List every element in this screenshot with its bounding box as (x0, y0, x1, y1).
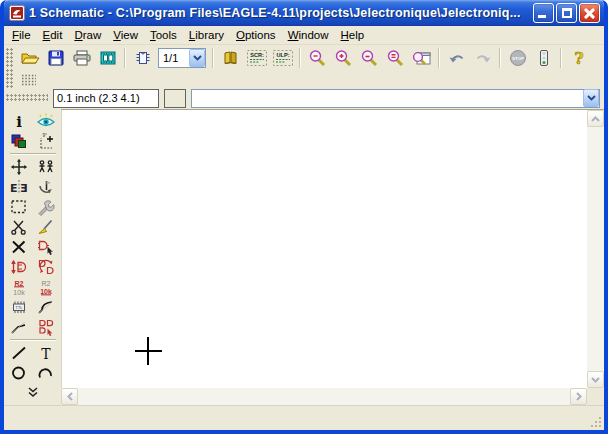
rotate-button[interactable] (34, 178, 59, 197)
command-dropdown-button[interactable] (583, 89, 599, 107)
maximize-button[interactable] (556, 3, 577, 23)
name-button[interactable]: R210k (7, 278, 32, 297)
split-button[interactable] (7, 318, 32, 337)
wire-button[interactable] (7, 344, 32, 363)
svg-text:R2: R2 (42, 280, 51, 287)
ulp-icon: ULP: (272, 49, 294, 67)
arc-button[interactable] (34, 364, 59, 383)
show-button[interactable] (34, 112, 59, 131)
display-layers-button[interactable] (7, 132, 32, 151)
wire-icon (9, 344, 29, 362)
paste-button[interactable] (34, 218, 59, 237)
toolbar-separator (10, 153, 56, 155)
chevron-left-icon (67, 392, 73, 401)
zoom-in-button[interactable] (331, 47, 356, 70)
vertical-scrollbar[interactable] (587, 110, 604, 388)
scroll-down-button[interactable] (587, 371, 604, 388)
menu-draw[interactable]: Draw (68, 27, 107, 44)
toolbar-grip[interactable] (6, 94, 48, 102)
toolbar-separator (560, 48, 562, 68)
menu-tools[interactable]: Tools (144, 27, 183, 44)
horizontal-scrollbar[interactable] (61, 388, 587, 405)
horizontal-scroll-track[interactable] (78, 388, 570, 405)
more-tools-button[interactable] (8, 384, 58, 403)
miter-button[interactable] (34, 298, 59, 317)
value-button[interactable]: R210k (34, 278, 59, 297)
zoom-redraw-button[interactable] (409, 47, 434, 70)
menu-file[interactable]: File (6, 27, 37, 44)
group-button[interactable] (7, 198, 32, 217)
scroll-right-button[interactable] (570, 388, 587, 405)
stop-button[interactable]: STOP (505, 47, 530, 70)
erc-check-button[interactable] (531, 47, 556, 70)
toolbar-grip[interactable] (6, 48, 14, 68)
titlebar[interactable]: 1 Schematic - C:\Program Files\EAGLE-4.1… (4, 0, 604, 26)
vertical-scroll-track[interactable] (587, 127, 604, 371)
invoke-icon (36, 318, 56, 336)
group-icon (9, 198, 29, 216)
statusbar (4, 405, 604, 430)
menu-library[interactable]: Library (183, 27, 230, 44)
redo-icon (473, 49, 493, 67)
toolbar-separator (10, 339, 56, 341)
zoom-select-button[interactable] (383, 47, 408, 70)
copy-icon (36, 158, 56, 176)
resize-grip[interactable] (589, 415, 603, 429)
undo-button[interactable] (444, 47, 469, 70)
sheet-selector[interactable]: 1/1 (158, 48, 206, 68)
change-button[interactable] (34, 198, 59, 217)
switch-to-board-button[interactable] (130, 47, 155, 70)
zoom-fit-button[interactable] (305, 47, 330, 70)
use-library-button[interactable] (218, 47, 243, 70)
invoke-button[interactable] (34, 318, 59, 337)
cut-button[interactable] (7, 218, 32, 237)
redo-button[interactable] (470, 47, 495, 70)
command-toolbar-row: R210kR210k (7, 277, 59, 297)
copy-button[interactable] (34, 158, 59, 177)
run-script-button[interactable]: SCR: (244, 47, 269, 70)
chevron-right-icon (576, 392, 582, 401)
print-button[interactable] (69, 47, 94, 70)
scissors-icon (9, 218, 29, 236)
mirror-button[interactable]: EƎ (7, 178, 32, 197)
delete-button[interactable] (7, 238, 32, 257)
info-button[interactable]: i (7, 112, 32, 131)
pinswap-button[interactable] (7, 258, 32, 277)
scroll-up-button[interactable] (587, 110, 604, 127)
help-button[interactable]: ? (566, 47, 591, 70)
save-button[interactable] (43, 47, 68, 70)
sheet-value: 1/1 (159, 52, 189, 64)
scroll-left-button[interactable] (61, 388, 78, 405)
mark-button[interactable]: 9° (34, 132, 59, 151)
menu-view[interactable]: View (107, 27, 144, 44)
menu-help[interactable]: Help (335, 27, 371, 44)
add-part-button[interactable] (34, 238, 59, 257)
rotate-icon (36, 178, 56, 196)
cam-processor-button[interactable] (95, 47, 120, 70)
close-button[interactable] (579, 3, 600, 23)
minimize-button[interactable] (533, 3, 554, 23)
zoom-out-button[interactable] (357, 47, 382, 70)
move-button[interactable] (7, 158, 32, 177)
command-toolbar-row: EƎ (7, 177, 59, 197)
open-button[interactable] (17, 47, 42, 70)
menu-options[interactable]: Options (230, 27, 282, 44)
canvas-area (61, 109, 604, 405)
circle-button[interactable] (7, 364, 32, 383)
command-input[interactable] (192, 91, 583, 106)
svg-text:9°: 9° (43, 133, 48, 138)
run-ulp-button[interactable]: ULP: (270, 47, 295, 70)
menu-edit[interactable]: Edit (37, 27, 69, 44)
svg-text:SCR:: SCR: (250, 52, 264, 58)
gateswap-button[interactable] (34, 258, 59, 277)
text-button[interactable]: T (34, 344, 59, 363)
menu-window[interactable]: Window (282, 27, 335, 44)
sheet-dropdown-button[interactable] (189, 49, 205, 67)
command-toolbar-row (7, 157, 59, 177)
chevron-down-icon (587, 95, 596, 101)
main-area: i9°EƎR210kR210kTTLT (4, 109, 604, 405)
schematic-canvas[interactable] (61, 110, 587, 388)
print-icon (72, 49, 92, 67)
smash-button[interactable]: TTL (7, 298, 32, 317)
toolbar-grip[interactable] (6, 69, 14, 89)
